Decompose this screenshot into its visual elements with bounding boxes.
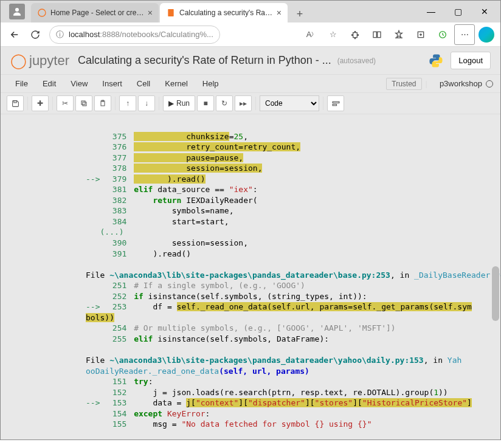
notebook-output: 375 chunksize=25, 376 retry_count=retry_… bbox=[1, 114, 500, 439]
more-menu-icon[interactable]: ⋯ bbox=[454, 24, 475, 45]
profile-avatar-icon[interactable] bbox=[9, 4, 25, 19]
browser-tab-home[interactable]: Home Page - Select or create a n × bbox=[31, 3, 159, 22]
menu-insert[interactable]: Insert bbox=[95, 77, 130, 91]
tab-title: Calculating a security's Rate of R bbox=[179, 9, 273, 17]
svg-point-0 bbox=[15, 8, 19, 12]
svg-rect-7 bbox=[13, 100, 16, 102]
restart-run-all-button[interactable]: ▸▸ bbox=[235, 95, 252, 111]
jupyter-logo-text: jupyter bbox=[29, 53, 69, 69]
kernel-name: p3workshop bbox=[440, 79, 482, 88]
scrollbar-thumb[interactable] bbox=[492, 266, 499, 321]
autosave-status: (autosaved) bbox=[337, 57, 376, 65]
run-button[interactable]: ▶ Run bbox=[163, 95, 195, 111]
trusted-badge[interactable]: Trusted bbox=[386, 78, 421, 90]
close-tab-icon[interactable]: × bbox=[148, 8, 153, 18]
jupyter-header: ◯ jupyter Calculating a security's Rate … bbox=[1, 47, 500, 75]
url-input[interactable]: ⓘ localhost:8888/notebooks/Calculating%.… bbox=[49, 26, 220, 44]
tab-title: Home Page - Select or create a n bbox=[50, 9, 144, 17]
svg-rect-12 bbox=[333, 102, 339, 103]
move-up-button[interactable]: ↑ bbox=[119, 95, 136, 111]
url-path: /notebooks/Calculating%... bbox=[120, 30, 213, 39]
read-aloud-icon[interactable]: A》 bbox=[301, 24, 322, 45]
menu-kernel[interactable]: Kernel bbox=[157, 77, 195, 91]
svg-rect-3 bbox=[373, 32, 376, 37]
jupyter-orbit-icon: ◯ bbox=[10, 52, 27, 69]
favorite-icon[interactable]: ☆ bbox=[323, 24, 344, 45]
url-port: :8888 bbox=[100, 30, 120, 39]
menu-bar: File Edit View Insert Cell Kernel Help T… bbox=[1, 75, 500, 93]
menu-edit[interactable]: Edit bbox=[35, 77, 63, 91]
restart-button[interactable]: ↻ bbox=[216, 95, 233, 111]
logout-button[interactable]: Logout bbox=[451, 52, 491, 69]
paste-button[interactable] bbox=[94, 95, 111, 111]
move-down-button[interactable]: ↓ bbox=[138, 95, 155, 111]
collections-icon[interactable] bbox=[410, 24, 431, 45]
menu-cell[interactable]: Cell bbox=[130, 77, 157, 91]
svg-rect-8 bbox=[83, 102, 86, 106]
new-tab-button[interactable]: + bbox=[291, 5, 308, 22]
python-logo-icon bbox=[427, 52, 444, 69]
copy-button[interactable] bbox=[75, 95, 92, 111]
svg-rect-4 bbox=[378, 32, 381, 37]
command-palette-button[interactable] bbox=[327, 95, 344, 111]
browser-titlebar: Home Page - Select or create a n × Calcu… bbox=[1, 1, 500, 22]
site-info-icon[interactable]: ⓘ bbox=[56, 29, 64, 40]
cell-type-select[interactable]: Code bbox=[260, 95, 319, 111]
bing-chat-icon[interactable] bbox=[476, 24, 497, 45]
cut-button[interactable]: ✂ bbox=[57, 95, 74, 111]
menu-view[interactable]: View bbox=[63, 77, 95, 91]
performance-icon[interactable] bbox=[432, 24, 453, 45]
window-controls: — ▢ ✕ bbox=[418, 2, 498, 21]
close-tab-icon[interactable]: × bbox=[277, 8, 282, 18]
back-button[interactable] bbox=[4, 24, 25, 45]
tab-strip: Home Page - Select or create a n × Calcu… bbox=[31, 1, 418, 22]
favorites-bar-icon[interactable] bbox=[389, 24, 409, 45]
minimize-button[interactable]: — bbox=[418, 2, 444, 21]
browser-tab-notebook[interactable]: Calculating a security's Rate of R × bbox=[160, 3, 288, 22]
save-button[interactable] bbox=[7, 95, 24, 111]
refresh-button[interactable] bbox=[25, 24, 46, 45]
add-cell-button[interactable]: ✚ bbox=[32, 95, 49, 111]
menu-file[interactable]: File bbox=[8, 77, 35, 91]
browser-window: Home Page - Select or create a n × Calcu… bbox=[0, 0, 501, 440]
svg-rect-9 bbox=[81, 101, 85, 105]
notebook-title[interactable]: Calculating a security's Rate of Return … bbox=[78, 54, 331, 67]
kernel-status-icon bbox=[486, 80, 493, 88]
menu-help[interactable]: Help bbox=[195, 77, 226, 91]
svg-point-1 bbox=[38, 9, 46, 16]
toolbar: ✚ ✂ ↑ ↓ ▶ Run ■ ↻ ▸▸ Code bbox=[1, 93, 500, 114]
notebook-tab-icon bbox=[166, 8, 176, 18]
svg-rect-13 bbox=[333, 104, 337, 105]
svg-rect-2 bbox=[168, 9, 173, 16]
jupyter-tab-icon bbox=[37, 8, 47, 18]
jupyter-logo[interactable]: ◯ jupyter bbox=[10, 52, 69, 69]
extensions-icon[interactable] bbox=[345, 24, 365, 45]
interrupt-button[interactable]: ■ bbox=[197, 95, 214, 111]
split-screen-icon[interactable] bbox=[367, 24, 387, 45]
url-host: localhost bbox=[69, 30, 100, 39]
address-bar: ⓘ localhost:8888/notebooks/Calculating%.… bbox=[1, 22, 500, 47]
maximize-button[interactable]: ▢ bbox=[444, 2, 471, 21]
kernel-indicator[interactable]: p3workshop bbox=[440, 79, 493, 88]
close-button[interactable]: ✕ bbox=[471, 2, 498, 21]
